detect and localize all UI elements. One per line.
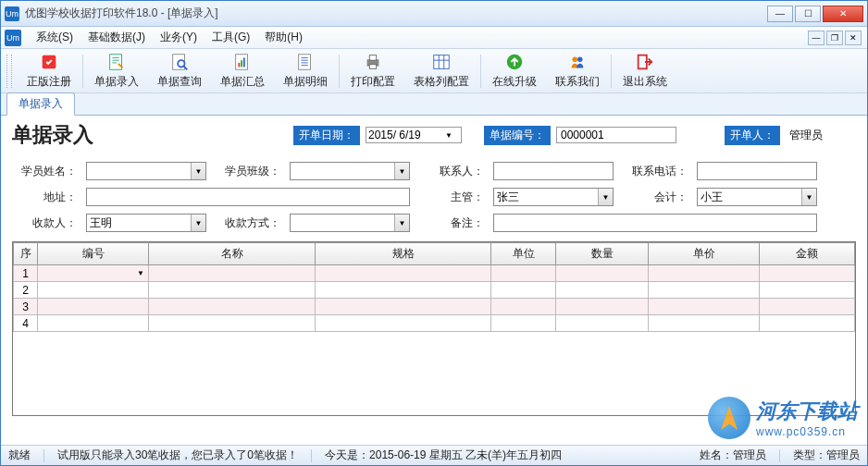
chevron-down-icon[interactable]: ▼ bbox=[394, 163, 409, 179]
combo-student-class[interactable]: ▼ bbox=[290, 162, 410, 180]
status-type-value: 管理员 bbox=[826, 448, 860, 461]
status-user-label: 姓名： bbox=[700, 448, 733, 461]
tb-print[interactable]: 打印配置 bbox=[341, 50, 404, 92]
svg-rect-5 bbox=[238, 63, 240, 67]
menu-basedata[interactable]: 基础数据(J) bbox=[81, 27, 153, 48]
menu-system[interactable]: 系统(S) bbox=[29, 27, 81, 48]
input-address[interactable] bbox=[86, 188, 410, 206]
register-icon bbox=[39, 52, 59, 72]
svg-rect-12 bbox=[434, 55, 450, 69]
line-items-grid[interactable]: 序 编号 名称 规格 单位 数量 单价 金额 1▼ 2 3 4 bbox=[12, 241, 856, 416]
titlebar: Um 优图学校收据打印软件18.0 - [单据录入] — ☐ ✕ bbox=[1, 1, 867, 27]
status-ready: 就绪 bbox=[8, 448, 31, 463]
svg-point-14 bbox=[573, 57, 578, 63]
col-seq[interactable]: 序 bbox=[14, 243, 38, 265]
tb-input[interactable]: 单据录入 bbox=[85, 50, 148, 92]
col-unit[interactable]: 单位 bbox=[491, 243, 556, 265]
input-contact-person[interactable] bbox=[493, 162, 614, 180]
mdi-close-button[interactable]: ✕ bbox=[845, 31, 862, 45]
tb-upgrade[interactable]: 在线升级 bbox=[483, 50, 546, 92]
chevron-down-icon[interactable]: ▼ bbox=[598, 189, 613, 205]
chevron-down-icon[interactable]: ▼ bbox=[442, 131, 455, 140]
contact-icon bbox=[567, 52, 588, 72]
combo-student-name[interactable]: ▼ bbox=[86, 162, 206, 180]
tb-columns[interactable]: 表格列配置 bbox=[404, 50, 478, 92]
label-contact-phone: 联系电话： bbox=[623, 164, 688, 179]
menubar: Um 系统(S) 基础数据(J) 业务(Y) 工具(G) 帮助(H) — ❐ ✕ bbox=[1, 27, 867, 49]
label-remark: 备注： bbox=[419, 215, 484, 231]
tb-query[interactable]: 单据查询 bbox=[148, 50, 211, 92]
number-label: 单据编号： bbox=[484, 126, 551, 145]
col-qty[interactable]: 数量 bbox=[556, 243, 649, 265]
mdi-minimize-button[interactable]: — bbox=[808, 31, 825, 45]
table-row[interactable]: 4 bbox=[14, 315, 855, 332]
combo-pay-method[interactable]: ▼ bbox=[290, 214, 410, 232]
print-icon bbox=[363, 52, 383, 72]
columns-icon bbox=[431, 52, 452, 72]
date-label: 开单日期： bbox=[293, 126, 360, 145]
mdi-restore-button[interactable]: ❐ bbox=[826, 31, 843, 45]
combo-accountant[interactable]: ▼ bbox=[697, 188, 817, 206]
label-accountant: 会计： bbox=[623, 190, 688, 205]
tb-register[interactable]: 正版注册 bbox=[18, 50, 81, 92]
opener-label: 开单人： bbox=[725, 126, 780, 145]
tab-entry[interactable]: 单据录入 bbox=[6, 92, 75, 116]
tb-detail[interactable]: 单据明细 bbox=[274, 50, 337, 92]
status-user-value: 管理员 bbox=[733, 448, 766, 461]
menu-help[interactable]: 帮助(H) bbox=[257, 27, 310, 48]
exit-icon bbox=[635, 52, 655, 72]
svg-rect-10 bbox=[369, 55, 376, 60]
chevron-down-icon[interactable]: ▼ bbox=[191, 215, 205, 231]
table-row[interactable]: 1▼ bbox=[14, 265, 855, 282]
chevron-down-icon[interactable]: ▼ bbox=[191, 163, 205, 179]
tabstrip: 单据录入 bbox=[1, 93, 867, 116]
menubar-app-icon: Um bbox=[5, 30, 21, 46]
combo-supervisor[interactable]: ▼ bbox=[493, 188, 614, 206]
input-icon bbox=[106, 52, 127, 72]
label-student-name: 学员姓名： bbox=[12, 164, 77, 179]
number-value: 0000001 bbox=[556, 127, 676, 143]
status-trial: 试用版只能录入30笔收据，您已录入了0笔收据！ bbox=[57, 448, 298, 463]
grid-blank-area bbox=[13, 332, 855, 415]
input-remark[interactable] bbox=[493, 214, 817, 232]
tb-exit[interactable]: 退出系统 bbox=[614, 50, 676, 92]
tb-summary[interactable]: 单据汇总 bbox=[211, 50, 274, 92]
svg-rect-11 bbox=[369, 65, 376, 69]
statusbar: 就绪 试用版只能录入30笔收据，您已录入了0笔收据！ 今天是：2015-06-1… bbox=[1, 445, 867, 465]
table-row[interactable]: 2 bbox=[14, 282, 855, 299]
menu-tools[interactable]: 工具(G) bbox=[205, 27, 257, 48]
opener-value: 管理员 bbox=[789, 128, 823, 143]
col-name[interactable]: 名称 bbox=[149, 243, 316, 265]
label-student-class: 学员班级： bbox=[216, 164, 280, 179]
date-value: 2015/ 6/19 bbox=[368, 129, 442, 141]
chevron-down-icon[interactable]: ▼ bbox=[394, 215, 409, 231]
watermark-url: www.pc0359.cn bbox=[756, 425, 858, 438]
col-price[interactable]: 单价 bbox=[649, 243, 760, 265]
tb-contact[interactable]: 联系我们 bbox=[546, 50, 609, 92]
close-button[interactable]: ✕ bbox=[823, 6, 863, 22]
table-row[interactable]: 3 bbox=[14, 299, 855, 315]
maximize-button[interactable]: ☐ bbox=[795, 6, 821, 22]
toolbar: 正版注册 单据录入 单据查询 单据汇总 单据明细 打印配置 表格列配置 在线升级… bbox=[1, 49, 867, 93]
summary-icon bbox=[232, 52, 253, 72]
label-pay-method: 收款方式： bbox=[216, 215, 280, 231]
col-spec[interactable]: 规格 bbox=[316, 243, 491, 265]
page-title: 单据录入 bbox=[12, 121, 93, 149]
col-code[interactable]: 编号 bbox=[38, 243, 149, 265]
label-payee: 收款人： bbox=[12, 215, 77, 231]
label-supervisor: 主管： bbox=[419, 190, 484, 205]
status-type-label: 类型： bbox=[793, 448, 826, 461]
col-amount[interactable]: 金额 bbox=[760, 243, 855, 265]
input-contact-phone[interactable] bbox=[697, 162, 817, 180]
svg-rect-7 bbox=[243, 57, 245, 67]
combo-payee[interactable]: ▼ bbox=[86, 214, 206, 232]
label-address: 地址： bbox=[12, 190, 77, 205]
minimize-button[interactable]: — bbox=[767, 6, 793, 22]
chevron-down-icon[interactable]: ▼ bbox=[801, 189, 816, 205]
upgrade-icon bbox=[504, 52, 525, 72]
toolbar-grip bbox=[6, 55, 12, 88]
app-icon: Um bbox=[5, 6, 19, 21]
date-picker[interactable]: 2015/ 6/19 ▼ bbox=[366, 127, 462, 143]
menu-business[interactable]: 业务(Y) bbox=[153, 27, 205, 48]
svg-point-15 bbox=[577, 57, 583, 63]
